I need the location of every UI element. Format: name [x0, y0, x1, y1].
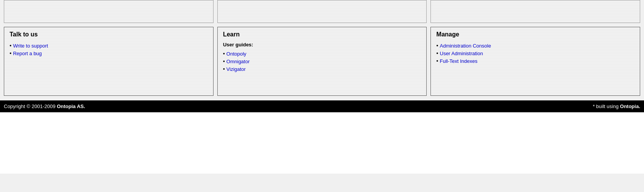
talk-to-us-title: Talk to us: [10, 31, 208, 38]
bullet-icon: •: [223, 58, 225, 64]
list-item: • Report a bug: [10, 49, 208, 57]
built-brand: Ontopia.: [620, 103, 640, 109]
bullet-icon: •: [436, 43, 438, 49]
footer-built: * built using Ontopia.: [593, 103, 640, 109]
full-text-indexes-link[interactable]: Full-Text Indexes: [440, 58, 477, 64]
report-bug-link[interactable]: Report a bug: [13, 51, 42, 56]
bullet-icon: •: [10, 50, 12, 56]
learn-card: Learn User guides: • Ontopoly • Omnigato…: [217, 27, 427, 96]
manage-list: • Administration Console • User Administ…: [436, 42, 634, 65]
learn-title: Learn: [223, 31, 421, 38]
built-prefix: * built using: [593, 103, 620, 109]
learn-list: • Ontopoly • Omnigator • Vizigator: [223, 50, 421, 73]
top-cards-row: [0, 0, 644, 23]
bullet-icon: •: [436, 58, 438, 64]
bullet-icon: •: [436, 50, 438, 56]
list-item: • Vizigator: [223, 65, 421, 73]
bottom-cards-row: Talk to us • Write to support • Report a…: [0, 27, 644, 96]
learn-subtitle: User guides:: [223, 42, 421, 48]
top-card-3: [430, 0, 640, 23]
footer-copyright: Copyright © 2001-2009 Ontopia AS.: [4, 103, 85, 109]
ontopoly-link[interactable]: Ontopoly: [227, 51, 246, 57]
white-space: [0, 112, 644, 174]
bullet-icon: •: [223, 66, 225, 72]
bullet-icon: •: [10, 43, 12, 49]
write-to-support-link[interactable]: Write to support: [13, 43, 48, 49]
copyright-text: Copyright © 2001-2009: [4, 103, 57, 109]
top-card-2: [217, 0, 427, 23]
manage-title: Manage: [436, 31, 634, 38]
list-item: • User Administration: [436, 49, 634, 57]
vizigator-link[interactable]: Vizigator: [227, 66, 246, 72]
administration-console-link[interactable]: Administration Console: [440, 43, 491, 49]
list-item: • Full-Text Indexes: [436, 57, 634, 65]
list-item: • Write to support: [10, 42, 208, 49]
user-administration-link[interactable]: User Administration: [440, 51, 483, 56]
page-wrapper: Talk to us • Write to support • Report a…: [0, 0, 644, 192]
list-item: • Omnigator: [223, 57, 421, 65]
list-item: • Ontopoly: [223, 50, 421, 57]
manage-card: Manage • Administration Console • User A…: [430, 27, 640, 96]
footer: Copyright © 2001-2009 Ontopia AS. * buil…: [0, 100, 644, 112]
list-item: • Administration Console: [436, 42, 634, 49]
omnigator-link[interactable]: Omnigator: [227, 59, 250, 64]
talk-to-us-list: • Write to support • Report a bug: [10, 42, 208, 57]
bullet-icon: •: [223, 51, 225, 57]
company-name: Ontopia AS.: [57, 103, 85, 109]
top-card-1: [4, 0, 214, 23]
talk-to-us-card: Talk to us • Write to support • Report a…: [4, 27, 214, 96]
